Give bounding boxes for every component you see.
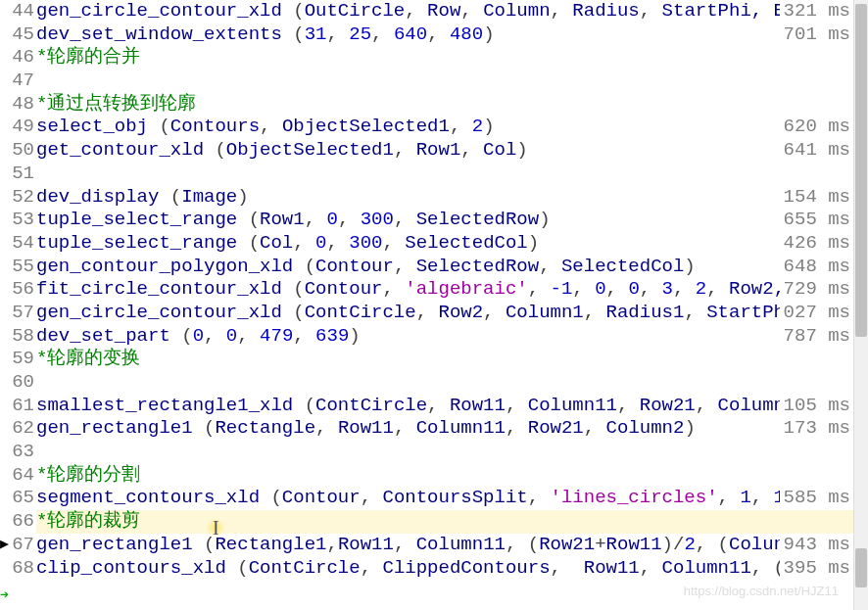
code-line[interactable]: gen_rectangle1 (Rectangle1,Row11, Column… bbox=[36, 534, 868, 557]
token-paren: , bbox=[551, 0, 573, 22]
token-id: Col bbox=[260, 232, 293, 254]
code-line[interactable] bbox=[36, 371, 868, 395]
token-paren: , bbox=[483, 302, 506, 323]
token-paren: ( bbox=[148, 116, 170, 137]
code-line[interactable]: select_obj (Contours, ObjectSelected1, 2… bbox=[36, 116, 868, 139]
code-line[interactable]: gen_circle_contour_xld (OutCircle, Row, … bbox=[36, 0, 868, 23]
code-editor[interactable]: 4445464748495051525354555657585960616263… bbox=[0, 0, 868, 610]
code-line[interactable] bbox=[36, 163, 868, 186]
token-id: StartPh bbox=[706, 302, 785, 323]
token-paren: , bbox=[382, 278, 405, 300]
token-kw-op: segment_contours_xld bbox=[36, 487, 260, 508]
code-line[interactable]: gen_contour_polygon_xld (Contour, Select… bbox=[36, 256, 868, 279]
token-num: 2 bbox=[684, 534, 695, 555]
token-paren: , bbox=[506, 417, 528, 439]
line-number: 65 bbox=[0, 487, 34, 510]
token-paren: , bbox=[427, 395, 450, 416]
code-line[interactable]: *轮廓的变换 bbox=[36, 348, 868, 371]
token-paren: , bbox=[640, 278, 662, 300]
token-paren: , bbox=[361, 557, 383, 579]
token-id: Row2 bbox=[439, 302, 484, 323]
token-paren: ( bbox=[237, 209, 260, 230]
token-id: Column11 bbox=[416, 534, 506, 555]
scroll-thumb[interactable] bbox=[855, 548, 867, 587]
timing-label: 787 ms bbox=[780, 325, 850, 349]
token-paren: ) bbox=[684, 256, 695, 277]
code-line[interactable]: *轮廓的分割 bbox=[36, 464, 868, 488]
line-number: 49 bbox=[0, 116, 34, 139]
token-str: 'algebraic' bbox=[405, 278, 527, 300]
code-line[interactable]: dev_set_part (0, 0, 479, 639)787 ms bbox=[36, 325, 868, 349]
token-id: SelectedRow bbox=[416, 256, 539, 277]
program-counter-icon: ➔ bbox=[0, 586, 9, 604]
token-id: Row1 bbox=[416, 139, 461, 161]
code-line[interactable]: get_contour_xld (ObjectSelected1, Row1, … bbox=[36, 139, 868, 163]
timing-label: 620 ms bbox=[780, 116, 850, 139]
line-number: 68 bbox=[0, 557, 34, 581]
token-id: Row bbox=[427, 0, 460, 22]
token-num: 1 bbox=[740, 487, 750, 508]
line-number: 58 bbox=[0, 325, 34, 349]
line-number: 52 bbox=[0, 186, 34, 210]
token-kw-op: gen_contour_polygon_xld bbox=[36, 256, 293, 277]
token-id: StartPhi bbox=[662, 0, 751, 22]
line-number: 44 bbox=[0, 0, 34, 23]
code-line[interactable]: tuple_select_range (Row1, 0, 300, Select… bbox=[36, 209, 868, 232]
timing-label: 585 ms bbox=[780, 487, 850, 510]
line-number: 46 bbox=[0, 46, 34, 70]
line-number: 64 bbox=[0, 464, 34, 488]
code-line[interactable]: clip_contours_xld (ContCircle, ClippedCo… bbox=[36, 557, 868, 581]
code-line[interactable]: gen_circle_contour_xld (ContCircle, Row2… bbox=[36, 302, 868, 325]
token-id: Rectangle1 bbox=[215, 534, 326, 555]
line-number: 55 bbox=[0, 256, 34, 279]
token-id: Radius1 bbox=[606, 302, 685, 323]
watermark-text: https://blog.csdn.net/HJZ11 bbox=[684, 584, 839, 598]
token-id: Row21 bbox=[528, 417, 584, 439]
token-id: Row11 bbox=[606, 534, 662, 555]
token-paren: , bbox=[315, 417, 338, 439]
breakpoint-cursor-icon: ▶ bbox=[0, 535, 9, 553]
token-id: ObjectSelected1 bbox=[282, 116, 450, 137]
token-paren: ( bbox=[170, 325, 193, 347]
token-paren: , bbox=[606, 278, 629, 300]
code-line[interactable]: segment_contours_xld (Contour, ContoursS… bbox=[36, 487, 868, 510]
code-line[interactable]: tuple_select_range (Col, 0, 300, Selecte… bbox=[36, 232, 868, 256]
code-line[interactable]: fit_circle_contour_xld (Contour, 'algebr… bbox=[36, 278, 868, 302]
code-line[interactable]: *通过点转换到轮廓 bbox=[36, 93, 868, 117]
token-paren: , bbox=[539, 256, 561, 277]
code-line[interactable] bbox=[36, 70, 868, 93]
token-paren: , bbox=[361, 487, 383, 508]
token-paren: , bbox=[293, 325, 315, 347]
token-id: ContCircle bbox=[249, 557, 361, 579]
token-id: Contours bbox=[170, 116, 260, 137]
code-line[interactable]: *轮廓的合并 bbox=[36, 46, 868, 70]
code-line[interactable] bbox=[36, 441, 868, 464]
timing-label: 655 ms bbox=[780, 209, 850, 232]
token-paren: , bbox=[383, 232, 406, 254]
token-paren: , bbox=[371, 23, 394, 45]
code-line[interactable]: gen_rectangle1 (Rectangle, Row11, Column… bbox=[36, 417, 868, 441]
scroll-thumb[interactable] bbox=[855, 4, 867, 337]
token-paren: ) bbox=[528, 232, 539, 254]
code-area[interactable]: gen_circle_contour_xld (OutCircle, Row, … bbox=[36, 0, 868, 610]
token-kw-op: select_obj bbox=[36, 116, 148, 137]
token-paren: ( bbox=[282, 302, 305, 323]
line-number: 47 bbox=[0, 70, 34, 93]
token-num: 479 bbox=[260, 325, 293, 347]
line-number: 59 bbox=[0, 348, 34, 371]
vertical-scrollbar[interactable] bbox=[853, 0, 868, 610]
token-cmt: *通过点转换到轮廓 bbox=[36, 93, 196, 115]
line-number: 57 bbox=[0, 302, 34, 325]
code-line[interactable]: dev_display (Image)154 ms bbox=[36, 186, 868, 210]
code-line[interactable]: smallest_rectangle1_xld (ContCircle, Row… bbox=[36, 395, 868, 418]
code-line[interactable]: dev_set_window_extents (31, 25, 640, 480… bbox=[36, 23, 868, 47]
token-paren: )/ bbox=[662, 534, 685, 555]
token-paren: ) bbox=[483, 23, 494, 45]
code-line[interactable]: *轮廓的裁剪 bbox=[36, 510, 868, 534]
token-num: 0 bbox=[595, 278, 605, 300]
token-id: ObjectSelected1 bbox=[226, 139, 394, 161]
token-num: 31 bbox=[305, 23, 327, 45]
token-id: Row11 bbox=[338, 417, 394, 439]
token-paren: , bbox=[394, 209, 416, 230]
token-num: 3 bbox=[662, 278, 673, 300]
